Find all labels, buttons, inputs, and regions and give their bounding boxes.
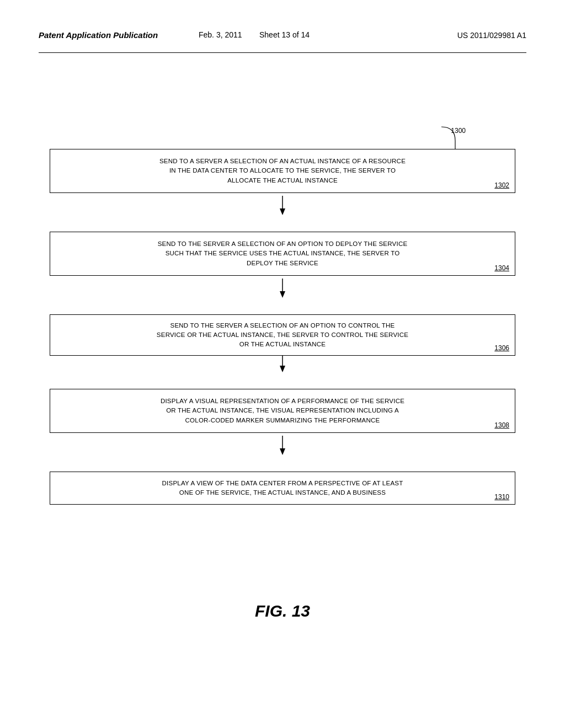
diagram-area: 1300 SEND TO A SERVER A SELECTION OF AN … (39, 110, 526, 618)
flow-box-1306: SEND TO THE SERVER A SELECTION OF AN OPT… (50, 314, 515, 356)
figure-label: FIG. 13 (255, 602, 310, 620)
publication-label: Patent Application Publication (39, 30, 158, 40)
ref-1304: 1304 (494, 264, 509, 272)
ref-1308: 1308 (494, 421, 509, 429)
ref-1300: 1300 (451, 127, 466, 135)
ref-1306: 1306 (494, 344, 509, 352)
svg-marker-1 (280, 208, 285, 215)
svg-marker-3 (280, 291, 285, 298)
box-1302-text: SEND TO A SERVER A SELECTION OF AN ACTUA… (159, 157, 406, 185)
patent-number: US 2011/029981 A1 (457, 31, 526, 40)
flow-box-1302: SEND TO A SERVER A SELECTION OF AN ACTUA… (50, 149, 515, 193)
box-1306-text: SEND TO THE SERVER A SELECTION OF AN OPT… (157, 321, 408, 350)
box-1308-text: DISPLAY A VISUAL REPRESENTATION OF A PER… (161, 397, 404, 425)
page: Patent Application Publication Feb. 3, 2… (0, 0, 565, 728)
flow-box-1308: DISPLAY A VISUAL REPRESENTATION OF A PER… (50, 389, 515, 433)
svg-marker-5 (280, 366, 285, 372)
ref-1302: 1302 (494, 181, 509, 189)
flow-box-1304: SEND TO THE SERVER A SELECTION OF AN OPT… (50, 232, 515, 276)
box-1310-text: DISPLAY A VIEW OF THE DATA CENTER FROM A… (162, 479, 403, 498)
svg-marker-7 (280, 448, 285, 455)
box-1304-text: SEND TO THE SERVER A SELECTION OF AN OPT… (158, 239, 408, 268)
header-divider (39, 52, 526, 53)
ref-1310: 1310 (494, 493, 509, 501)
publication-date: Feb. 3, 2011 (199, 30, 242, 39)
flow-box-1310: DISPLAY A VIEW OF THE DATA CENTER FROM A… (50, 472, 515, 505)
sheet-info: Sheet 13 of 14 (259, 30, 310, 39)
page-header: Patent Application Publication Feb. 3, 2… (39, 30, 526, 40)
